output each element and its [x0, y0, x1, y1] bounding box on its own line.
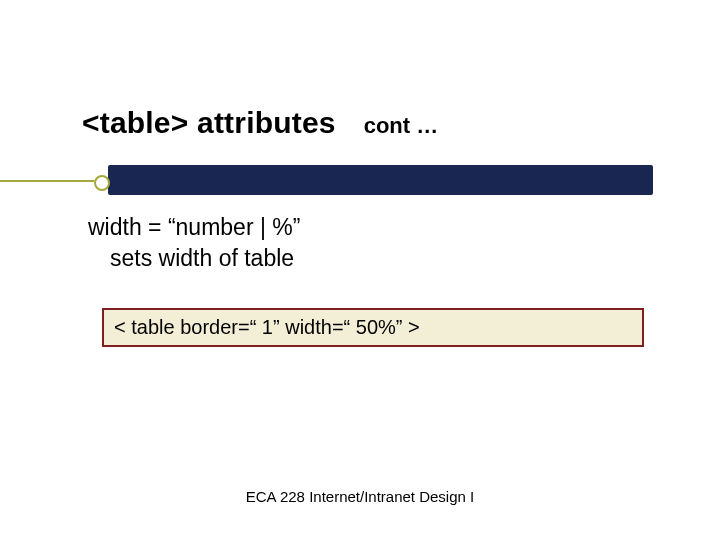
bullet-circle-icon [94, 175, 110, 191]
title-underline-bar [108, 165, 653, 195]
slide-title-row: <table> attributes cont … [82, 106, 438, 140]
bullet-connector-line [0, 180, 94, 182]
slide-title: <table> attributes [82, 106, 336, 140]
slide-footer: ECA 228 Internet/Intranet Design I [0, 488, 720, 505]
slide-title-continuation: cont … [364, 113, 439, 139]
body-line-2: sets width of table [110, 243, 300, 274]
code-example-box: < table border=“ 1” width=“ 50%” > [102, 308, 644, 347]
code-example-text: < table border=“ 1” width=“ 50%” > [114, 316, 420, 338]
slide-body: width = “number | %” sets width of table [88, 212, 300, 274]
body-line-1: width = “number | %” [88, 212, 300, 243]
